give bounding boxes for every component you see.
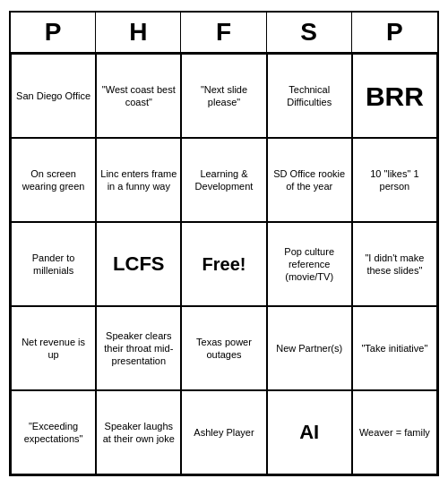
- bingo-cell-14: "I didn't make these slides": [352, 222, 437, 306]
- bingo-cell-24: Weaver = family: [352, 390, 437, 474]
- cell-text-15: Net revenue is up: [15, 336, 91, 362]
- bingo-cell-22: Ashley Player: [181, 390, 266, 474]
- bingo-cell-18: New Partner(s): [267, 306, 352, 390]
- bingo-cell-19: "Take initiative": [352, 306, 437, 390]
- cell-text-24: Weaver = family: [359, 426, 430, 439]
- bingo-cell-21: Speaker laughs at their own joke: [96, 390, 181, 474]
- bingo-cell-11: LCFS: [96, 222, 181, 306]
- cell-text-1: "West coast best coast": [100, 83, 177, 109]
- cell-text-18: New Partner(s): [276, 342, 342, 355]
- bingo-cell-3: Technical Difficulties: [267, 54, 352, 138]
- cell-text-17: Texas power outages: [185, 336, 262, 362]
- bingo-cell-17: Texas power outages: [181, 306, 266, 390]
- bingo-cell-13: Pop culture reference (movie/TV): [267, 222, 352, 306]
- header-col-p-0: P: [11, 13, 96, 52]
- cell-text-9: 10 "likes" 1 person: [357, 167, 433, 193]
- bingo-cell-8: SD Office rookie of the year: [267, 138, 352, 222]
- bingo-cell-4: BRR: [352, 54, 437, 138]
- header-col-f-2: F: [181, 13, 266, 52]
- bingo-cell-6: Linc enters frame in a funny way: [96, 138, 181, 222]
- bingo-cell-7: Learning & Development: [181, 138, 266, 222]
- header-col-p-4: P: [352, 13, 437, 52]
- cell-text-16: Speaker clears their throat mid-presenta…: [100, 329, 177, 368]
- bingo-cell-20: "Exceeding expectations": [11, 390, 96, 474]
- bingo-cell-9: 10 "likes" 1 person: [352, 138, 437, 222]
- header-col-s-3: S: [267, 13, 352, 52]
- cell-text-7: Learning & Development: [185, 167, 262, 193]
- bingo-cell-5: On screen wearing green: [11, 138, 96, 222]
- cell-text-20: "Exceeding expectations": [15, 420, 91, 446]
- bingo-grid: San Diego Office"West coast best coast""…: [11, 54, 437, 474]
- bingo-cell-16: Speaker clears their throat mid-presenta…: [96, 306, 181, 390]
- bingo-cell-0: San Diego Office: [11, 54, 96, 138]
- bingo-cell-23: AI: [267, 390, 352, 474]
- cell-text-13: Pop culture reference (movie/TV): [271, 245, 348, 284]
- cell-text-0: San Diego Office: [16, 90, 90, 102]
- bingo-card: PHFSP San Diego Office"West coast best c…: [9, 11, 439, 476]
- cell-text-2: "Next slide please": [185, 83, 262, 109]
- cell-text-23: AI: [299, 420, 319, 446]
- bingo-cell-1: "West coast best coast": [96, 54, 181, 138]
- cell-text-6: Linc enters frame in a funny way: [100, 167, 177, 193]
- cell-text-14: "I didn't make these slides": [357, 252, 433, 278]
- bingo-cell-12: Free!: [181, 222, 266, 306]
- bingo-cell-15: Net revenue is up: [11, 306, 96, 390]
- cell-text-22: Ashley Player: [194, 426, 254, 439]
- bingo-cell-2: "Next slide please": [181, 54, 266, 138]
- cell-text-19: "Take initiative": [361, 342, 427, 355]
- cell-text-3: Technical Difficulties: [271, 83, 348, 109]
- header-col-h-1: H: [96, 13, 181, 52]
- cell-text-10: Pander to millenials: [15, 252, 91, 278]
- bingo-cell-10: Pander to millenials: [11, 222, 96, 306]
- cell-text-8: SD Office rookie of the year: [271, 167, 348, 193]
- cell-text-5: On screen wearing green: [15, 167, 91, 193]
- cell-text-21: Speaker laughs at their own joke: [100, 420, 177, 446]
- header-row: PHFSP: [11, 13, 437, 54]
- cell-text-12: Free!: [202, 252, 246, 276]
- cell-text-11: LCFS: [113, 252, 164, 278]
- cell-text-4: BRR: [366, 79, 424, 114]
